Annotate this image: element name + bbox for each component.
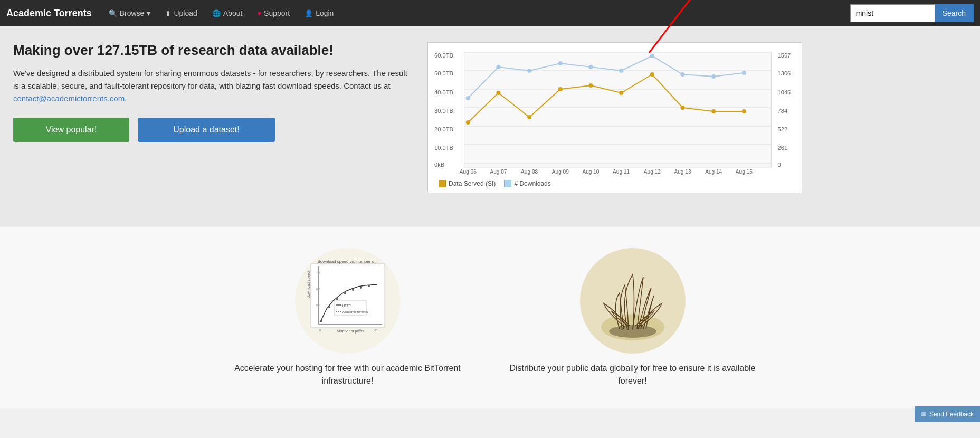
chart-legend: Data Served (SI) # Downloads (433, 177, 796, 187)
nav-upload[interactable]: ⬆ Upload (159, 6, 203, 21)
svg-text:0.6: 0.6 (316, 288, 321, 291)
contact-email-link[interactable]: contact@academictorrents.com (13, 94, 125, 103)
svg-point-50 (742, 71, 746, 75)
svg-text:40.0TB: 40.0TB (434, 89, 453, 96)
svg-text:Aug 08: Aug 08 (521, 169, 538, 175)
svg-point-40 (742, 109, 746, 113)
svg-point-49 (711, 74, 716, 79)
legend-gold-box (439, 180, 446, 187)
view-popular-button[interactable]: View popular! (13, 118, 129, 142)
svg-point-36 (619, 91, 623, 95)
svg-text:0kB: 0kB (434, 161, 444, 168)
svg-text:20.0TB: 20.0TB (434, 126, 453, 132)
feature-chart-svg: download speed vs. number o... download … (306, 259, 390, 343)
brand-logo[interactable]: Academic Torrents (6, 8, 92, 19)
svg-text:10.0TB: 10.0TB (434, 145, 453, 151)
svg-point-44 (558, 61, 563, 65)
browse-icon: 🔍 (109, 9, 117, 17)
svg-point-34 (558, 87, 563, 91)
svg-text:Aug 11: Aug 11 (613, 169, 630, 175)
svg-text:30.0TB: 30.0TB (434, 108, 453, 114)
feature-image-1 (580, 248, 686, 354)
nav-about[interactable]: 🌐 About (206, 6, 249, 21)
heart-icon: ♥ (257, 9, 261, 17)
nav-login[interactable]: 👤 Login (298, 6, 340, 21)
svg-point-62 (344, 292, 346, 294)
feedback-button[interactable]: ✉ Send Feedback (915, 406, 980, 408)
svg-point-37 (650, 72, 654, 77)
search-input[interactable] (850, 4, 935, 22)
nav-items: 🔍 Browse ▾ ⬆ Upload 🌐 About ♥ Support 👤 … (102, 6, 850, 21)
svg-text:20: 20 (358, 329, 362, 332)
upload-icon: ⬆ (165, 9, 171, 17)
svg-point-43 (527, 69, 531, 73)
svg-point-48 (680, 72, 684, 77)
legend-data-served: Data Served (SI) (439, 180, 496, 187)
hero-text: Making over 127.15TB of research data av… (11, 42, 412, 142)
chart-wrapper: 60.0TB 50.0TB 40.0TB 30.0TB 20.0TB 10.0T… (427, 42, 802, 193)
svg-text:60.0TB: 60.0TB (434, 52, 453, 59)
svg-point-46 (619, 69, 623, 73)
svg-text:0: 0 (778, 161, 781, 168)
hero-title: Making over 127.15TB of research data av… (13, 42, 412, 59)
svg-text:0.2: 0.2 (316, 303, 321, 307)
svg-point-63 (352, 289, 354, 291)
feature-title-1: Distribute your public data globally for… (501, 362, 765, 387)
feature-title-0: Accelerate your hosting for free with ou… (216, 362, 480, 387)
svg-point-61 (336, 298, 338, 300)
svg-rect-14 (464, 52, 772, 167)
hero-description: We've designed a distributed system for … (13, 67, 412, 105)
svg-point-60 (328, 306, 330, 308)
feature-card-0: download speed vs. number o... download … (216, 248, 480, 387)
svg-text:10: 10 (337, 329, 341, 332)
svg-text:download speed vs. number o...: download speed vs. number o... (318, 259, 377, 264)
svg-text:1045: 1045 (778, 89, 791, 96)
svg-text:1306: 1306 (778, 70, 791, 77)
nav-support[interactable]: ♥ Support (251, 6, 296, 21)
svg-text:Aug 10: Aug 10 (582, 169, 599, 175)
chart-svg: 60.0TB 50.0TB 40.0TB 30.0TB 20.0TB 10.0T… (433, 48, 796, 175)
svg-point-32 (496, 91, 500, 95)
globe-icon: 🌐 (212, 9, 221, 17)
svg-text:25: 25 (374, 329, 378, 332)
search-button[interactable]: Search (935, 4, 974, 22)
features-section: download speed vs. number o... download … (0, 227, 980, 408)
nav-browse[interactable]: 🔍 Browse ▾ (102, 6, 157, 21)
svg-point-33 (527, 115, 531, 119)
svg-point-47 (650, 54, 654, 58)
legend-downloads: # Downloads (504, 180, 550, 187)
search-form: Search (850, 4, 974, 22)
upload-dataset-button[interactable]: Upload a dataset! (138, 118, 275, 142)
legend-blue-box (504, 180, 511, 187)
svg-text:download speed: download speed (307, 271, 311, 298)
svg-text:0: 0 (319, 329, 321, 332)
svg-text:Aug 13: Aug 13 (674, 169, 691, 175)
svg-point-38 (680, 106, 684, 110)
hero-section: Making over 127.15TB of research data av… (0, 26, 980, 227)
svg-text:Aug 14: Aug 14 (705, 169, 722, 175)
navbar: Academic Torrents 🔍 Browse ▾ ⬆ Upload 🌐 … (0, 0, 980, 26)
svg-rect-53 (311, 264, 385, 327)
svg-point-45 (588, 65, 593, 69)
svg-text:261: 261 (778, 145, 788, 151)
svg-point-79 (609, 325, 656, 338)
user-icon: 👤 (305, 9, 313, 17)
svg-point-59 (320, 320, 322, 322)
svg-text:784: 784 (778, 108, 788, 114)
svg-point-41 (466, 96, 470, 100)
svg-point-42 (496, 65, 500, 69)
svg-point-64 (360, 287, 362, 289)
svg-text:Aug 09: Aug 09 (552, 169, 569, 175)
hero-buttons: View popular! Upload a dataset! (13, 118, 412, 142)
svg-text:50.0TB: 50.0TB (434, 70, 453, 77)
svg-text:Aug 12: Aug 12 (644, 169, 661, 175)
feature-grass-svg (591, 259, 675, 343)
svg-text:1567: 1567 (778, 52, 791, 59)
feature-card-1: Distribute your public data globally for… (501, 248, 765, 387)
svg-text:Aug 06: Aug 06 (460, 169, 477, 175)
svg-text:Academic torrents: Academic torrents (342, 310, 368, 313)
svg-point-65 (368, 285, 370, 287)
svg-point-35 (588, 83, 593, 88)
svg-text:HTTP: HTTP (342, 304, 351, 307)
chart-container: 60.0TB 50.0TB 40.0TB 30.0TB 20.0TB 10.0T… (427, 42, 802, 193)
